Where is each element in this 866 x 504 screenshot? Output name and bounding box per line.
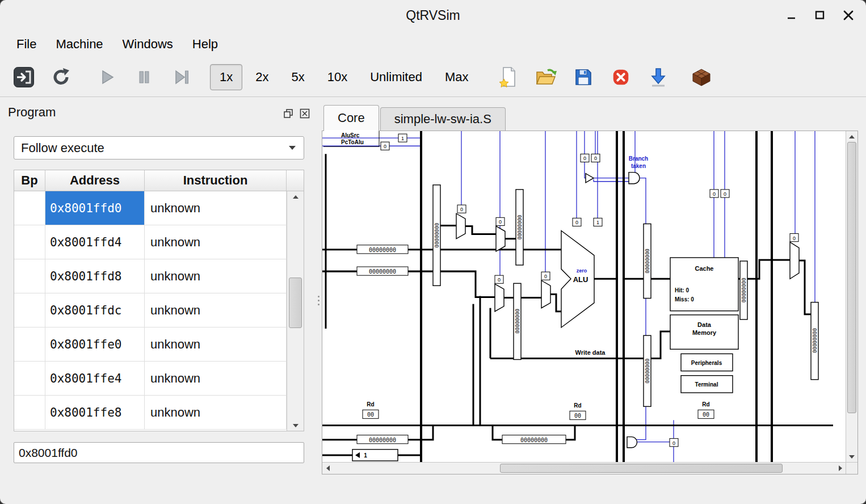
instruction-cell[interactable]: unknown <box>145 362 287 395</box>
address-cell[interactable]: 0x8001ffe0 <box>45 327 145 361</box>
close-button[interactable] <box>840 7 857 24</box>
memory-button[interactable] <box>687 62 716 92</box>
download-icon <box>648 66 669 88</box>
toolbar: 1x 2x 5x 10x Unlimited Max <box>0 58 866 97</box>
address-cell[interactable]: 0x8001ffd4 <box>45 225 145 259</box>
scrollbar-thumb[interactable] <box>847 142 856 413</box>
speed-10x-button[interactable]: 10x <box>318 64 357 90</box>
download-button[interactable] <box>644 62 673 92</box>
table-row: 0x8001ffe4 unknown <box>14 362 304 396</box>
instruction-cell[interactable]: unknown <box>145 191 287 225</box>
address-input[interactable] <box>14 442 304 463</box>
scroll-right-icon[interactable] <box>835 463 846 474</box>
reset-button[interactable] <box>47 62 76 92</box>
tab-core[interactable]: Core <box>323 105 379 131</box>
svg-text:0: 0 <box>583 156 586 161</box>
breakpoint-cell[interactable] <box>14 259 45 293</box>
save-icon <box>573 66 594 88</box>
menu-windows[interactable]: Windows <box>113 32 183 56</box>
breakpoint-cell[interactable] <box>14 396 45 429</box>
breakpoint-cell[interactable] <box>14 225 45 259</box>
cancel-icon <box>611 67 631 87</box>
step-icon <box>171 66 192 88</box>
menu-machine[interactable]: Machine <box>46 32 112 56</box>
table-row: 0x8001ffdc unknown <box>14 293 304 327</box>
panel-splitter[interactable] <box>316 97 322 504</box>
cache-label: Cache <box>695 265 714 272</box>
svg-text:Rd: Rd <box>367 401 374 408</box>
address-cell[interactable]: 0x8001ffdc <box>45 293 145 327</box>
new-simulation-button[interactable] <box>494 62 523 92</box>
svg-text:00000000: 00000000 <box>369 437 396 443</box>
speed-5x-button[interactable]: 5x <box>282 64 314 90</box>
scrollbar-thumb[interactable] <box>289 278 302 328</box>
instruction-cell[interactable]: unknown <box>145 396 287 429</box>
scroll-up-icon[interactable] <box>846 131 857 142</box>
column-header-instruction[interactable]: Instruction <box>145 170 287 191</box>
speed-2x-button[interactable]: 2x <box>246 64 278 90</box>
svg-text:0: 0 <box>724 191 726 197</box>
breakpoint-cell[interactable] <box>14 293 45 327</box>
address-cell[interactable]: 0x8001ffd0 <box>45 191 145 225</box>
breakpoint-cell[interactable] <box>14 327 45 361</box>
svg-text:0: 0 <box>498 277 501 283</box>
tab-source-file[interactable]: simple-lw-sw-ia.S <box>380 107 506 131</box>
scroll-down-icon[interactable] <box>846 451 857 462</box>
speed-max-button[interactable]: Max <box>435 64 478 90</box>
open-file-button[interactable] <box>531 62 561 92</box>
speed-unlimited-button[interactable]: Unlimited <box>360 64 432 90</box>
play-icon <box>96 66 117 88</box>
table-scrollbar[interactable] <box>287 191 304 431</box>
instruction-cell[interactable]: unknown <box>145 293 287 327</box>
core-horizontal-scrollbar[interactable] <box>322 462 846 474</box>
close-source-button[interactable] <box>606 62 636 92</box>
maximize-button[interactable] <box>812 7 829 24</box>
scroll-down-icon[interactable] <box>287 420 304 431</box>
address-cell[interactable]: 0x8001ffd8 <box>45 259 145 293</box>
pctoalu-label: PcToAlu <box>341 139 364 145</box>
qtrvsim-window: QtRVSim File Machine Windows Help <box>0 0 866 504</box>
svg-text:1: 1 <box>596 220 599 225</box>
core-diagram-canvas[interactable]: AluSrc PcToAlu 00000000 000000 <box>322 131 846 462</box>
minimize-button[interactable] <box>783 7 800 24</box>
bus-value-boxes: 00000000 00000000 00000000 00000000 <box>357 245 566 444</box>
follow-mode-dropdown[interactable]: Follow execute <box>14 136 304 159</box>
core-vertical-scrollbar[interactable] <box>846 131 857 462</box>
save-file-button[interactable] <box>569 62 598 92</box>
core-panel: Core simple-lw-sw-ia.S <box>322 97 866 504</box>
svg-text:0: 0 <box>793 236 796 241</box>
svg-text:0: 0 <box>575 220 578 225</box>
run-button[interactable] <box>92 62 121 92</box>
column-header-address[interactable]: Address <box>45 170 145 191</box>
tab-source-label: simple-lw-sw-ia.S <box>394 112 491 127</box>
memory-brick-icon <box>690 66 713 89</box>
menu-help[interactable]: Help <box>183 32 228 56</box>
scroll-left-icon[interactable] <box>322 463 333 474</box>
scrollbar-corner <box>846 462 857 474</box>
scrollbar-thumb[interactable] <box>500 464 783 473</box>
svg-text:0: 0 <box>713 191 716 197</box>
svg-text:0: 0 <box>460 207 463 212</box>
table-row: 0x8001ffd4 unknown <box>14 225 304 259</box>
svg-text:0: 0 <box>384 144 386 149</box>
scroll-up-icon[interactable] <box>287 191 304 202</box>
column-header-bp[interactable]: Bp <box>14 170 45 191</box>
breakpoint-cell[interactable] <box>14 362 45 395</box>
instruction-cell[interactable]: unknown <box>145 225 287 259</box>
address-cell[interactable]: 0x8001ffe8 <box>45 396 145 429</box>
exit-button[interactable] <box>9 62 39 92</box>
float-panel-button[interactable] <box>282 107 295 120</box>
address-cell[interactable]: 0x8001ffe4 <box>45 362 145 395</box>
program-panel: Program Follow execute Bp Add <box>0 97 316 504</box>
pause-button[interactable] <box>129 62 159 92</box>
menu-file[interactable]: File <box>7 32 46 56</box>
breakpoint-cell[interactable] <box>14 191 45 225</box>
speed-1x-button[interactable]: 1x <box>210 64 242 90</box>
instruction-cell[interactable]: unknown <box>145 259 287 293</box>
close-panel-button[interactable] <box>299 107 311 120</box>
pc-increment-box: 1 <box>352 450 398 461</box>
instruction-cell[interactable]: unknown <box>145 327 287 361</box>
pipeline-registers[interactable] <box>433 185 818 406</box>
svg-text:00000000: 00000000 <box>369 247 396 253</box>
step-button[interactable] <box>167 62 196 92</box>
